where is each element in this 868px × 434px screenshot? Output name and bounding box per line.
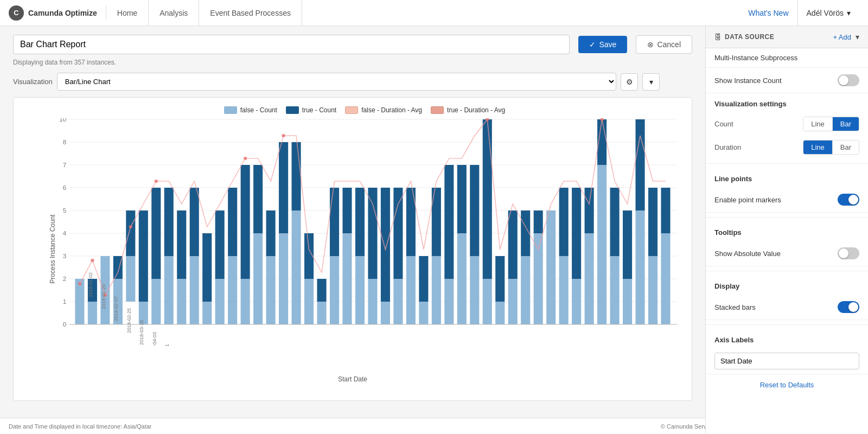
svg-rect-43 — [228, 188, 237, 256]
svg-text:7: 7 — [63, 162, 67, 168]
chart-container: Process Instance Count Start Date false … — [13, 97, 692, 401]
chart-svg: 0 1 2 3 4 5 6 7 8 10 — [46, 118, 683, 346]
whats-new-link[interactable]: What's New — [739, 0, 797, 26]
visualization-dropdown[interactable]: Bar/Line Chart Table Number Pie Chart He… — [57, 73, 616, 91]
svg-rect-69 — [393, 188, 403, 279]
collapse-icon[interactable]: ▾ — [856, 33, 859, 41]
right-panel: 🗄 DATA SOURCE + Add ▾ Multi-Instance Sub… — [705, 26, 868, 426]
viz-settings-gear[interactable]: ⚙ — [621, 73, 638, 91]
count-line-btn[interactable]: Line — [803, 117, 833, 131]
database-icon: 🗄 — [714, 33, 722, 41]
svg-rect-66 — [381, 302, 390, 324]
svg-rect-72 — [419, 302, 428, 324]
svg-rect-63 — [355, 188, 365, 256]
svg-rect-62 — [355, 256, 365, 324]
svg-rect-82 — [483, 279, 492, 324]
reset-defaults-btn[interactable]: Reset to Defaults — [706, 374, 868, 395]
add-button[interactable]: + Add — [833, 33, 851, 41]
footer-left: Date and Time displayed in local timezon… — [9, 423, 152, 426]
stacked-bars-toggle[interactable] — [838, 301, 859, 313]
svg-rect-36 — [190, 256, 199, 324]
svg-text:2018-03-16: 2018-03-16 — [139, 320, 144, 345]
gear-icon: ⚙ — [626, 78, 633, 86]
nav-event-based[interactable]: Event Based Processes — [199, 0, 302, 26]
stacked-bars-label: Stacked bars — [714, 303, 756, 311]
save-button[interactable]: ✓ Save — [578, 36, 627, 53]
report-title-input[interactable] — [13, 35, 570, 54]
user-menu[interactable]: Adél Vörös ▾ — [798, 0, 859, 26]
legend-label: false - Duration - Avg — [361, 106, 422, 114]
svg-rect-35 — [177, 210, 186, 279]
legend-label: true - Count — [302, 106, 336, 114]
svg-rect-99 — [597, 165, 607, 324]
svg-text:2: 2 — [63, 276, 67, 282]
svg-rect-51 — [279, 142, 288, 233]
legend-label: false - Count — [240, 106, 277, 114]
duration-line-btn[interactable]: Line — [803, 141, 833, 154]
svg-rect-92 — [546, 210, 556, 324]
app-name: Camunda Optimize — [28, 9, 97, 17]
svg-rect-48 — [266, 256, 276, 324]
enable-point-markers-toggle[interactable] — [838, 194, 859, 206]
svg-rect-80 — [470, 256, 479, 324]
svg-rect-84 — [495, 302, 505, 324]
svg-rect-47 — [253, 165, 263, 233]
svg-rect-29 — [139, 210, 148, 302]
svg-text:2018-01-20: 2018-01-20 — [101, 284, 106, 309]
show-instance-count-toggle[interactable] — [838, 74, 859, 86]
show-absolute-value-toggle[interactable] — [838, 247, 859, 259]
count-setting-row: Count Line Bar — [706, 112, 868, 136]
svg-rect-104 — [623, 210, 632, 279]
svg-text:2018-01-02: 2018-01-02 — [88, 272, 93, 297]
app-logo: C Camunda Optimize — [9, 5, 106, 21]
legend-item-true-duration: true - Duration - Avg — [431, 106, 505, 114]
svg-rect-64 — [368, 279, 377, 324]
svg-rect-53 — [292, 142, 301, 210]
svg-rect-49 — [266, 210, 276, 256]
svg-rect-110 — [661, 188, 670, 233]
svg-rect-90 — [534, 233, 543, 324]
svg-text:10: 10 — [59, 118, 66, 123]
svg-rect-105 — [635, 210, 644, 324]
svg-rect-85 — [495, 256, 505, 302]
svg-rect-77 — [444, 165, 454, 279]
svg-rect-32 — [164, 256, 174, 324]
axis-label-input[interactable] — [714, 353, 859, 369]
svg-rect-79 — [457, 165, 467, 233]
legend-swatch-false-count — [224, 106, 237, 114]
svg-rect-65 — [368, 188, 377, 279]
svg-rect-103 — [623, 279, 632, 324]
chevron-down-icon: ▾ — [649, 78, 653, 86]
svg-rect-59 — [330, 188, 339, 256]
cancel-button[interactable]: ⊗ Cancel — [636, 35, 692, 54]
count-bar-btn[interactable]: Bar — [833, 117, 859, 131]
svg-rect-97 — [585, 233, 594, 324]
visualization-label: Visualization — [13, 78, 53, 86]
svg-rect-61 — [342, 188, 352, 233]
svg-rect-46 — [253, 233, 263, 324]
show-absolute-value-label: Show Absolute Value — [714, 250, 781, 258]
nav-analysis[interactable]: Analysis — [149, 0, 199, 26]
chart-legend: false - Count true - Count false - Durat… — [46, 106, 683, 114]
svg-rect-96 — [572, 188, 581, 279]
svg-rect-20 — [75, 279, 84, 324]
svg-text:8: 8 — [63, 139, 67, 145]
viz-caret-btn[interactable]: ▾ — [642, 73, 660, 91]
svg-point-114 — [129, 225, 132, 228]
svg-rect-68 — [393, 279, 403, 324]
svg-rect-76 — [444, 279, 454, 324]
check-icon: ✓ — [589, 40, 596, 49]
svg-text:0: 0 — [63, 321, 67, 328]
duration-btn-group: Line Bar — [803, 140, 859, 155]
top-nav: C Camunda Optimize Home Analysis Event B… — [0, 0, 868, 26]
duration-label: Duration — [714, 143, 741, 151]
duration-bar-btn[interactable]: Bar — [833, 141, 859, 154]
svg-rect-70 — [406, 256, 416, 324]
nav-home[interactable]: Home — [106, 0, 149, 26]
svg-rect-41 — [215, 210, 225, 279]
logo-icon: C — [9, 5, 24, 21]
svg-rect-73 — [419, 256, 428, 302]
stacked-bars-row: Stacked bars — [706, 295, 868, 320]
legend-item-false-duration: false - Duration - Avg — [345, 106, 422, 114]
svg-rect-38 — [202, 302, 212, 324]
